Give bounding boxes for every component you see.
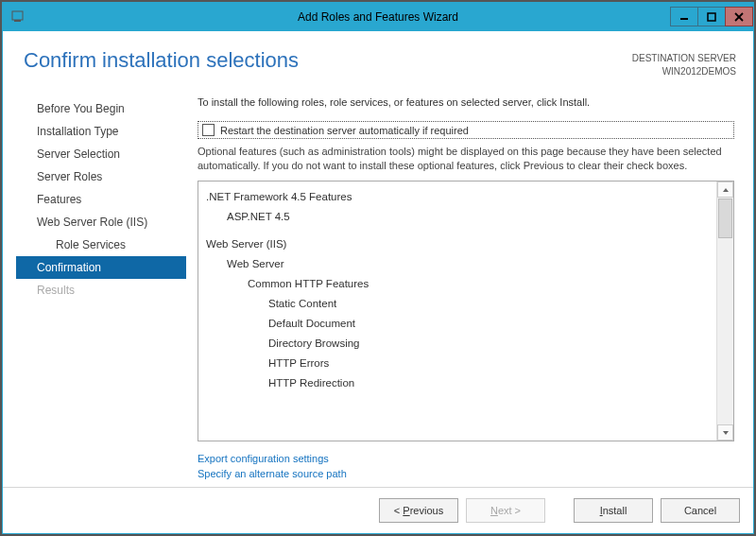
content-panel: To install the following roles, role ser… [186,95,740,487]
nav-item-web-server-role-iis-[interactable]: Web Server Role (IIS) [16,211,186,233]
selection-item: HTTP Redirection [206,373,709,393]
scrollbar[interactable] [716,182,733,441]
selection-item: .NET Framework 4.5 Features [206,187,709,207]
optional-note: Optional features (such as administratio… [198,145,734,173]
destination-label: DESTINATION SERVER [632,52,736,65]
scroll-thumb[interactable] [718,199,732,238]
scroll-up-arrow-icon[interactable] [717,182,733,198]
selection-item: Common HTTP Features [206,274,709,294]
cancel-button[interactable]: Cancel [661,498,740,523]
wizard-window: Add Roles and Features Wizard Confirm in… [2,2,754,534]
next-button: Next > [466,498,545,523]
restart-checkbox-row[interactable]: Restart the destination server automatic… [198,121,734,139]
minimize-button[interactable] [670,7,698,26]
selection-item: Default Document [206,314,709,334]
selection-item: Web Server [206,254,709,274]
footer-buttons: < Previous Next > Install Cancel [3,487,753,533]
svg-rect-0 [12,11,23,20]
page-title: Confirm installation selections [24,48,632,73]
nav-item-server-selection[interactable]: Server Selection [16,143,186,165]
scroll-down-arrow-icon[interactable] [717,424,733,441]
app-icon [10,9,26,25]
selection-item: ASP.NET 4.5 [206,207,709,227]
close-button[interactable] [725,7,753,26]
titlebar[interactable]: Add Roles and Features Wizard [3,3,753,31]
alternate-source-link[interactable]: Specify an alternate source path [198,466,734,481]
instruction-text: To install the following roles, role ser… [198,95,734,110]
install-button[interactable]: Install [574,498,653,523]
svg-rect-1 [14,20,21,22]
selection-item: Static Content [206,294,709,314]
nav-item-installation-type[interactable]: Installation Type [16,120,186,143]
selection-item: Web Server (IIS) [206,234,709,254]
window-title: Add Roles and Features Wizard [3,10,753,24]
nav-item-results: Results [16,279,186,302]
restart-checkbox[interactable] [202,124,215,136]
window-controls [671,7,753,27]
selections-listbox: .NET Framework 4.5 FeaturesASP.NET 4.5We… [198,181,734,441]
header-row: Confirm installation selections DESTINAT… [24,48,736,78]
svg-rect-3 [708,13,715,21]
nav-item-role-services[interactable]: Role Services [16,233,186,256]
nav-item-confirmation[interactable]: Confirmation [16,256,186,279]
previous-button[interactable]: < Previous [379,498,458,523]
nav-item-server-roles[interactable]: Server Roles [16,165,186,188]
main-area: Before You BeginInstallation TypeServer … [16,95,740,487]
destination-server: WIN2012DEMOS [632,65,736,78]
restart-label: Restart the destination server automatic… [220,125,469,136]
svg-marker-6 [723,188,729,192]
selections-content: .NET Framework 4.5 FeaturesASP.NET 4.5We… [198,182,716,441]
nav-item-before-you-begin[interactable]: Before You Begin [16,97,186,120]
export-settings-link[interactable]: Export configuration settings [198,451,734,466]
svg-marker-7 [723,431,729,435]
window-body: Confirm installation selections DESTINAT… [3,31,753,487]
selection-item: HTTP Errors [206,354,709,373]
links-area: Export configuration settings Specify an… [198,451,734,481]
selection-item: Directory Browsing [206,334,709,354]
maximize-button[interactable] [697,7,726,26]
nav-item-features[interactable]: Features [16,188,186,211]
destination-info: DESTINATION SERVER WIN2012DEMOS [632,48,736,78]
wizard-nav: Before You BeginInstallation TypeServer … [16,95,186,487]
